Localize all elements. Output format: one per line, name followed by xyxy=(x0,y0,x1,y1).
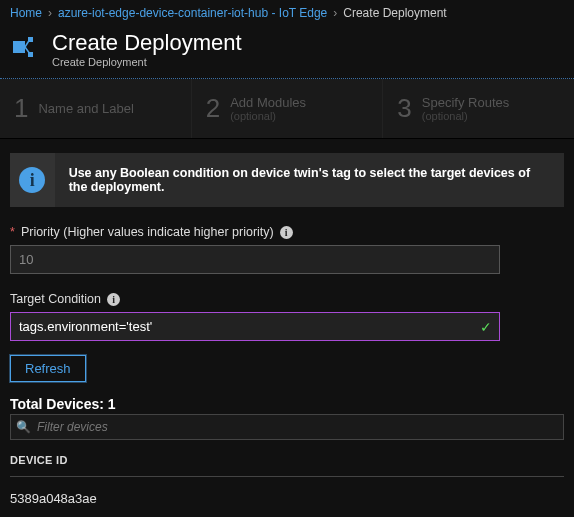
step-number: 1 xyxy=(14,93,28,124)
svg-line-4 xyxy=(25,47,30,54)
breadcrumb-current: Create Deployment xyxy=(343,6,446,20)
info-icon-box: i xyxy=(10,153,55,207)
priority-input[interactable] xyxy=(10,245,500,274)
chevron-right-icon: › xyxy=(333,6,337,20)
step-add-modules[interactable]: 2 Add Modules (optional) xyxy=(192,79,384,138)
tooltip-icon[interactable]: i xyxy=(280,226,293,239)
step-sublabel: (optional) xyxy=(230,110,306,122)
svg-rect-0 xyxy=(13,41,25,53)
breadcrumb-hub[interactable]: azure-iot-edge-device-container-iot-hub … xyxy=(58,6,327,20)
step-label: Specify Routes xyxy=(422,95,509,110)
step-number: 3 xyxy=(397,93,411,124)
info-icon: i xyxy=(19,167,45,193)
iot-edge-icon xyxy=(10,34,40,64)
page-title: Create Deployment xyxy=(52,30,242,56)
priority-field: * Priority (Higher values indicate highe… xyxy=(10,225,564,274)
breadcrumb: Home › azure-iot-edge-device-container-i… xyxy=(0,0,574,26)
target-condition-label: Target Condition xyxy=(10,292,101,306)
chevron-right-icon: › xyxy=(48,6,52,20)
priority-label: Priority (Higher values indicate higher … xyxy=(21,225,274,239)
filter-devices-wrap: 🔍 xyxy=(10,414,564,440)
tooltip-icon[interactable]: i xyxy=(107,293,120,306)
total-devices-label: Total Devices: 1 xyxy=(10,396,564,412)
step-name-and-label[interactable]: 1 Name and Label xyxy=(0,79,192,138)
step-sublabel: (optional) xyxy=(422,110,509,122)
refresh-button[interactable]: Refresh xyxy=(10,355,86,382)
breadcrumb-home[interactable]: Home xyxy=(10,6,42,20)
info-text: Use any Boolean condition on device twin… xyxy=(55,158,564,202)
filter-devices-input[interactable] xyxy=(10,414,564,440)
step-label: Name and Label xyxy=(38,101,133,116)
page-header: Create Deployment Create Deployment xyxy=(0,26,574,78)
info-banner: i Use any Boolean condition on device tw… xyxy=(10,153,564,207)
checkmark-icon: ✓ xyxy=(480,319,492,335)
step-specify-routes[interactable]: 3 Specify Routes (optional) xyxy=(383,79,574,138)
wizard-steps: 1 Name and Label 2 Add Modules (optional… xyxy=(0,79,574,139)
target-condition-input[interactable] xyxy=(10,312,500,341)
step-label: Add Modules xyxy=(230,95,306,110)
svg-line-3 xyxy=(25,39,30,47)
target-condition-field: Target Condition i ✓ xyxy=(10,292,564,341)
required-marker: * xyxy=(10,225,15,239)
step-number: 2 xyxy=(206,93,220,124)
search-icon: 🔍 xyxy=(16,420,31,434)
table-row[interactable]: 5389a048a3ae xyxy=(10,477,564,517)
page-subtitle: Create Deployment xyxy=(52,56,242,68)
table-header-device-id[interactable]: DEVICE ID xyxy=(10,454,564,477)
